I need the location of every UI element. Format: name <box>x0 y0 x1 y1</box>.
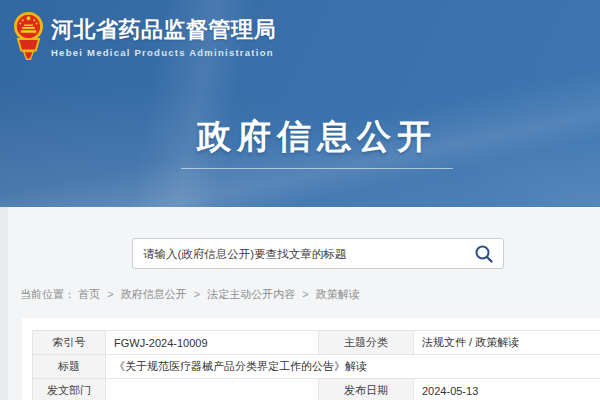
table-row: 标题 《关于规范医疗器械产品分类界定工作的公告》解读 <box>33 355 600 379</box>
org-names: 河北省药品监督管理局 Hebei Medical Products Admini… <box>51 11 276 58</box>
breadcrumb: 当前位置： 首页 > 政府信息公开 > 法定主动公开内容 > 政策解读 <box>20 287 360 302</box>
breadcrumb-policy-interpretation[interactable]: 政策解读 <box>316 288 360 300</box>
dept-label: 发文部门 <box>33 379 106 400</box>
breadcrumb-separator: > <box>302 288 308 300</box>
breadcrumb-prefix: 当前位置： <box>20 288 75 300</box>
national-emblem-icon <box>13 11 44 67</box>
site-logo[interactable]: 河北省药品监督管理局 Hebei Medical Products Admini… <box>13 11 276 67</box>
date-value: 2024-05-13 <box>414 379 600 400</box>
search-box <box>132 238 504 269</box>
category-label: 主题分类 <box>319 331 414 355</box>
org-name-en: Hebei Medical Products Administration <box>51 47 276 58</box>
index-value: FGWJ-2024-10009 <box>106 331 319 355</box>
document-card: 索引号 FGWJ-2024-10009 主题分类 法规文件 / 政策解读 标题 … <box>22 318 600 400</box>
search-input[interactable] <box>133 239 503 268</box>
table-row: 发文部门 发布日期 2024-05-13 <box>33 379 600 400</box>
breadcrumb-gov-info[interactable]: 政府信息公开 <box>121 288 187 300</box>
breadcrumb-separator: > <box>107 288 113 300</box>
left-gutter <box>0 207 8 400</box>
title-underline <box>181 168 453 169</box>
breadcrumb-separator: > <box>194 288 200 300</box>
index-label: 索引号 <box>33 331 106 355</box>
search-icon[interactable] <box>473 243 495 265</box>
date-label: 发布日期 <box>319 379 414 400</box>
category-value: 法规文件 / 政策解读 <box>414 331 600 355</box>
page-title: 政府信息公开 <box>197 114 437 160</box>
document-meta-table: 索引号 FGWJ-2024-10009 主题分类 法规文件 / 政策解读 标题 … <box>32 330 600 400</box>
breadcrumb-home[interactable]: 首页 <box>78 288 100 300</box>
table-row: 索引号 FGWJ-2024-10009 主题分类 法规文件 / 政策解读 <box>33 331 600 355</box>
breadcrumb-legal-disclosure[interactable]: 法定主动公开内容 <box>207 288 295 300</box>
dept-value <box>106 379 319 400</box>
title-value: 《关于规范医疗器械产品分类界定工作的公告》解读 <box>106 355 600 379</box>
org-name-zh: 河北省药品监督管理局 <box>51 17 276 43</box>
banner: 河北省药品监督管理局 Hebei Medical Products Admini… <box>0 0 600 207</box>
title-label: 标题 <box>33 355 106 379</box>
